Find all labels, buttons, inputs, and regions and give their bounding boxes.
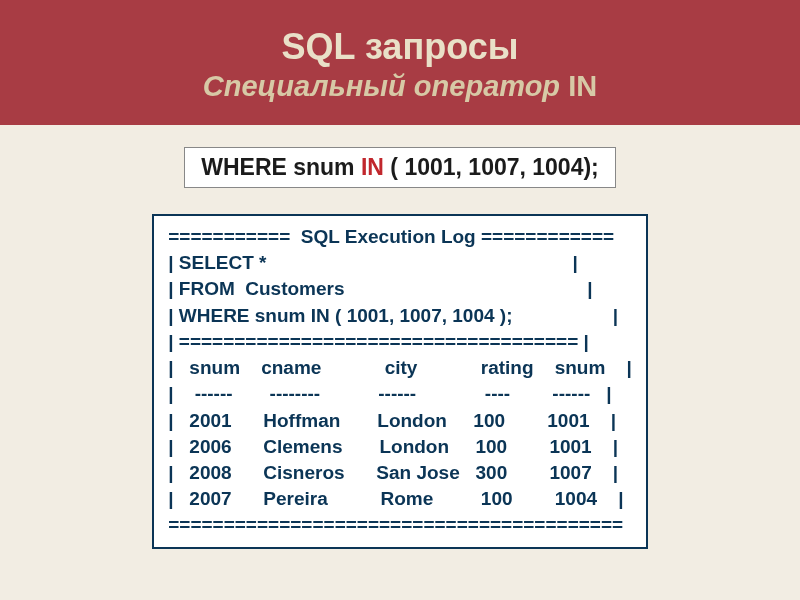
log-line: | WHERE snum IN ( 1001, 1007, 1004 ); |: [168, 305, 618, 326]
slide-title: SQL запросы: [0, 26, 800, 68]
log-line: | snum cname city rating snum |: [168, 357, 632, 378]
subtitle-text: Специальный оператор: [203, 70, 568, 102]
log-line: | FROM Customers |: [168, 278, 592, 299]
subtitle-operator: IN: [568, 70, 597, 102]
log-line: =========== SQL Execution Log ==========…: [168, 226, 614, 247]
log-line: | 2007 Pereira Rome 100 1004 |: [168, 488, 623, 509]
log-line: | 2001 Hoffman London 100 1001 |: [168, 410, 616, 431]
log-line: ========================================…: [168, 514, 623, 535]
clause-keyword-in: IN: [361, 154, 384, 180]
log-line: | 2008 Cisneros San Jose 300 1007 |: [168, 462, 618, 483]
clause-suffix: ( 1001, 1007, 1004);: [384, 154, 599, 180]
where-clause-box: WHERE snum IN ( 1001, 1007, 1004);: [184, 147, 616, 188]
sql-execution-log: =========== SQL Execution Log ==========…: [152, 214, 648, 549]
log-line: | 2006 Clemens London 100 1001 |: [168, 436, 618, 457]
log-line: | ------ -------- ------ ---- ------ |: [168, 383, 611, 404]
log-line: | SELECT * |: [168, 252, 578, 273]
slide-header: SQL запросы Специальный оператор IN: [0, 0, 800, 125]
clause-prefix: WHERE snum: [201, 154, 361, 180]
slide-content: WHERE snum IN ( 1001, 1007, 1004); =====…: [0, 125, 800, 549]
slide-subtitle: Специальный оператор IN: [0, 70, 800, 103]
log-line: | ==================================== |: [168, 331, 589, 352]
